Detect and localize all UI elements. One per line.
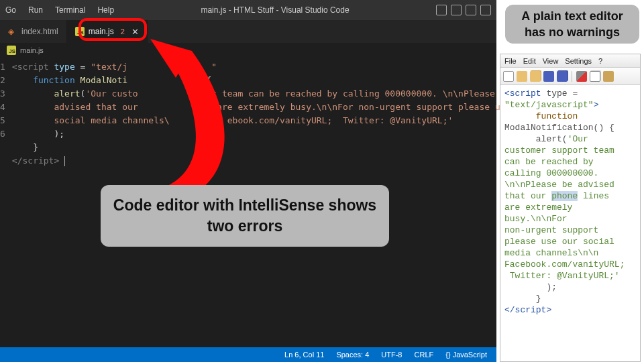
callout-main: Code editor with IntelliSense shows two … <box>101 185 389 247</box>
paste-icon[interactable] <box>603 71 614 82</box>
menu-view[interactable]: View <box>543 57 559 65</box>
tab-label: main.js <box>89 27 114 36</box>
breadcrumb-file: main.js <box>20 46 44 54</box>
plain-menubar: File Edit View Settings ? <box>500 54 640 68</box>
cut-icon[interactable] <box>576 71 587 82</box>
layout-controls[interactable] <box>436 5 491 15</box>
js-icon: JS <box>75 27 85 36</box>
layout-icon[interactable] <box>436 5 447 15</box>
layout-icon[interactable] <box>466 5 476 15</box>
status-lang[interactable]: {} JavaScript <box>445 351 487 359</box>
menu-edit[interactable]: Edit <box>523 57 536 65</box>
status-lncol[interactable]: Ln 6, Col 11 <box>284 351 324 359</box>
tab-index-html[interactable]: ◈ index.html <box>0 20 67 43</box>
menu-help[interactable]: Help <box>97 5 114 15</box>
menu-go[interactable]: Go <box>5 5 16 15</box>
menu-run[interactable]: Run <box>28 5 43 15</box>
plain-editor-window: File Edit View Settings ? <script type =… <box>500 54 641 362</box>
breadcrumb[interactable]: JS main.js <box>0 43 496 58</box>
html-icon: ◈ <box>8 27 17 36</box>
callout-side: A plain text editor has no warnings <box>505 5 639 44</box>
layout-icon[interactable] <box>451 5 462 15</box>
menu-terminal[interactable]: Terminal <box>55 5 85 15</box>
editor-tabs: ◈ index.html JS main.js 2 ✕ <box>0 20 496 43</box>
open-multi-icon[interactable] <box>530 71 541 82</box>
menu-settings[interactable]: Settings <box>565 57 592 65</box>
layout-icon[interactable] <box>480 5 491 15</box>
status-enc[interactable]: UTF-8 <box>381 351 402 359</box>
line-gutter: 123456 <box>0 58 12 347</box>
tab-main-js[interactable]: JS main.js 2 ✕ <box>67 20 148 43</box>
new-file-icon[interactable] <box>503 71 514 82</box>
tab-error-badge: 2 <box>121 27 125 36</box>
plain-editor-body[interactable]: <script type = "text/javascript"> functi… <box>500 85 640 361</box>
tab-label: index.html <box>21 27 58 36</box>
close-icon[interactable]: ✕ <box>131 27 139 37</box>
window-title: main.js - HTML Stuff - Visual Studio Cod… <box>201 5 349 15</box>
status-spaces[interactable]: Spaces: 4 <box>336 351 369 359</box>
save-icon[interactable] <box>543 71 554 82</box>
save-all-icon[interactable] <box>557 71 568 82</box>
js-icon: JS <box>7 46 16 55</box>
status-bar: Ln 6, Col 11 Spaces: 4 UTF-8 CRLF {} Jav… <box>0 347 496 362</box>
menu-help[interactable]: ? <box>598 57 602 65</box>
status-eol[interactable]: CRLF <box>415 351 434 359</box>
copy-icon[interactable] <box>590 71 600 82</box>
plain-toolbar <box>500 68 640 85</box>
vscode-window: Go Run Terminal Help main.js - HTML Stuf… <box>0 0 496 362</box>
open-icon[interactable] <box>517 71 527 82</box>
text-cursor <box>64 156 65 166</box>
vscode-menubar: Go Run Terminal Help main.js - HTML Stuf… <box>0 0 496 20</box>
menu-file[interactable]: File <box>504 57 517 65</box>
